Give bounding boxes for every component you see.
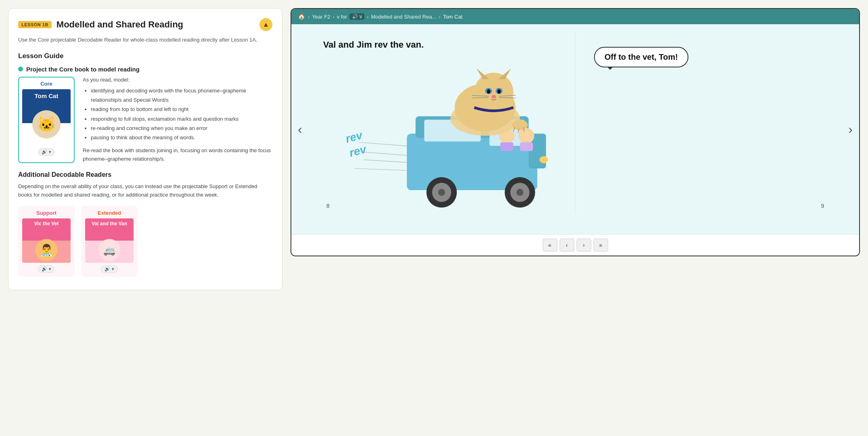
instructions-list: identifying and decoding words with the …	[83, 86, 272, 143]
svg-point-27	[487, 89, 490, 94]
breadcrumb-sep: ›	[439, 14, 440, 20]
cat-circle: 🐱	[32, 110, 61, 138]
last-page-button[interactable]: »	[594, 239, 608, 252]
breadcrumb-sep: ›	[333, 14, 334, 20]
support-label: Support	[22, 210, 71, 216]
home-icon[interactable]: 🏠	[298, 13, 305, 20]
page-left: Val and Jim rev the van. revrev	[317, 32, 575, 214]
book-icons: 🔊 ▾	[22, 148, 71, 156]
van-illustration	[323, 55, 569, 208]
svg-point-22	[474, 73, 513, 112]
breadcrumb-year[interactable]: Year F2	[312, 14, 330, 20]
phoneme-badge: 🔊 v	[349, 13, 364, 20]
svg-rect-17	[500, 142, 513, 151]
cat-icon: 🐱	[38, 116, 56, 133]
lesson-header: LESSON 1B Modelled and Shared Reading ▲	[18, 18, 272, 31]
instructions-panel: As you read, model: identifying and deco…	[83, 77, 272, 164]
page-left-text: Val and Jim rev the van.	[323, 39, 569, 51]
extended-book-card[interactable]: Extended Val and the Van 🚐 🔊 ▾	[81, 206, 138, 277]
phoneme-icon: 🔊	[352, 14, 358, 19]
breadcrumb-sep: ›	[367, 14, 368, 20]
prev-page-button-ctrl[interactable]: ‹	[560, 239, 574, 252]
breadcrumb-sep: ›	[308, 14, 310, 20]
next-page-button[interactable]: ›	[842, 24, 859, 234]
page-content: Val and Jim rev the van. revrev	[309, 24, 842, 234]
teal-dot-icon	[18, 67, 23, 71]
left-panel: LESSON 1B Modelled and Shared Reading ▲ …	[8, 8, 282, 290]
reader-area: ‹ Val and Jim rev the van. revrev	[291, 24, 859, 234]
support-book-icons: 🔊 ▾	[22, 265, 71, 273]
svg-point-28	[497, 89, 501, 94]
page-number-left: 8	[326, 203, 330, 209]
page-right: Off to the vet, Tom! 9	[575, 32, 834, 214]
svg-point-29	[492, 95, 496, 99]
extended-book-title: Val and the Van	[92, 221, 127, 226]
speaker-icon[interactable]: 🔊 ▾	[38, 148, 54, 156]
additional-books: Support Vic the Vet 👨‍⚕️ 🔊 ▾ Extended Va…	[18, 206, 272, 277]
lesson-badge: LESSON 1B	[18, 21, 52, 28]
extended-label: Extended	[85, 210, 134, 216]
lesson-guide-title: Lesson Guide	[18, 52, 272, 60]
phoneme-value: v	[360, 14, 362, 19]
reader-controls: « ‹ › »	[291, 234, 859, 256]
breadcrumb-phoneme[interactable]: v for	[337, 14, 347, 20]
vet-icon: 👨‍⚕️	[40, 243, 54, 257]
breadcrumb: 🏠 › Year F2 › v for 🔊 v › Modelled and S…	[291, 9, 859, 24]
collapse-button[interactable]: ▲	[259, 18, 272, 31]
instruction-item: responding to full stops, exclamation ma…	[91, 114, 272, 124]
svg-point-18	[519, 128, 534, 144]
instruction-item: identifying and decoding words with the …	[91, 86, 272, 105]
support-speaker-icon[interactable]: 🔊 ▾	[38, 265, 54, 273]
illustration-area: revrev	[323, 55, 569, 208]
lesson-header-left: LESSON 1B Modelled and Shared Reading	[18, 19, 183, 30]
speech-bubble: Off to the vet, Tom!	[594, 47, 688, 67]
page-spread: Val and Jim rev the van. revrev	[317, 32, 834, 214]
svg-point-15	[516, 189, 523, 196]
first-page-button[interactable]: «	[543, 239, 557, 252]
breadcrumb-current: Tom Cat	[443, 14, 462, 20]
core-book-cover: Tom Cat 🐱	[22, 89, 71, 146]
van-icon: 🚐	[103, 245, 115, 256]
extended-book-cover: Val and the Van 🚐	[85, 218, 134, 263]
core-book-title: Tom Cat	[35, 92, 59, 100]
as-you-read-intro: As you read, model:	[83, 77, 272, 83]
prev-page-button[interactable]: ‹	[291, 24, 309, 234]
page-number-right: 9	[821, 203, 824, 209]
core-book-card[interactable]: Core Tom Cat 🐱 🔊 ▾	[18, 77, 75, 164]
van-circle: 🚐	[98, 239, 121, 261]
svg-point-12	[438, 189, 445, 196]
project-subsection: Project the Core book to model reading	[18, 66, 272, 73]
instruction-item: pausing to think about the meaning of wo…	[91, 133, 272, 142]
lesson-title: Modelled and Shared Reading	[56, 19, 183, 30]
support-book-card[interactable]: Support Vic the Vet 👨‍⚕️ 🔊 ▾	[18, 206, 75, 277]
content-row: Core Tom Cat 🐱 🔊 ▾ As you read, model: i…	[18, 77, 272, 164]
breadcrumb-lesson[interactable]: Modelled and Shared Rea...	[371, 14, 436, 20]
svg-line-3	[355, 168, 411, 170]
vet-circle: 👨‍⚕️	[36, 239, 58, 261]
svg-rect-19	[520, 142, 533, 151]
extended-speaker-icon[interactable]: 🔊 ▾	[101, 265, 117, 273]
chevron-up-icon: ▲	[263, 21, 269, 28]
core-label: Core	[22, 81, 71, 87]
additional-desc: Depending on the overall ability of your…	[18, 182, 272, 199]
svg-point-9	[540, 156, 548, 163]
support-book-title: Vic the Vet	[34, 221, 59, 226]
project-subsection-title: Project the Core book to model reading	[26, 66, 140, 73]
additional-title: Additional Decodable Readers	[18, 171, 272, 178]
speech-bubble-container: Off to the vet, Tom!	[582, 39, 827, 71]
lesson-subtitle: Use the Core projectable Decodable Reade…	[18, 36, 272, 44]
extended-book-icons: 🔊 ▾	[85, 265, 134, 273]
instruction-item: re-reading and correcting when you make …	[91, 124, 272, 133]
right-panel: 🏠 › Year F2 › v for 🔊 v › Modelled and S…	[291, 8, 860, 256]
support-book-cover: Vic the Vet 👨‍⚕️	[22, 218, 71, 263]
next-page-button-ctrl[interactable]: ›	[577, 239, 591, 252]
instruction-item: reading from top to bottom and left to r…	[91, 105, 272, 114]
svg-line-1	[350, 151, 407, 155]
re-read-text: Re-read the book with students joining i…	[83, 147, 272, 164]
